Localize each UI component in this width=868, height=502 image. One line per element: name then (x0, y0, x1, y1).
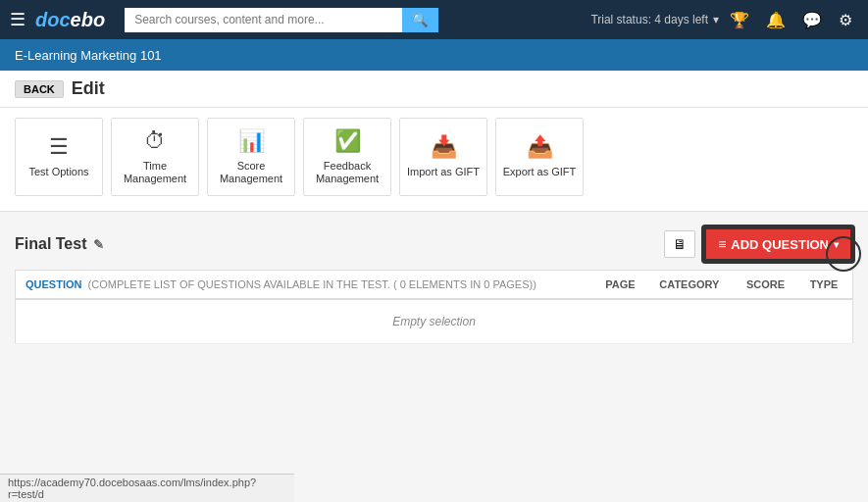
test-options-icon: ☰ (49, 134, 69, 160)
table-empty-row: Empty selection (16, 299, 853, 344)
search-bar: 🔍 (125, 8, 438, 32)
bell-icon[interactable]: 🔔 (760, 11, 791, 29)
col-score: SCORE (737, 271, 800, 300)
display-icon-button[interactable]: 🖥 (664, 230, 695, 258)
search-button[interactable]: 🔍 (402, 8, 438, 32)
main-content: Final Test ✎ 🖥 ≡ ADD QUESTION ▾ QUESTION… (0, 212, 868, 359)
time-management-icon: ⏱ (144, 128, 166, 154)
import-gift-icon: 📥 (431, 134, 457, 160)
trial-status: Trial status: 4 days left (590, 13, 708, 26)
score-management-label: Score Management (208, 160, 294, 185)
final-test-title: Final Test (15, 235, 87, 253)
logo: docebo (35, 9, 105, 31)
col-question-sub: (Complete list of questions available in… (85, 278, 536, 290)
back-button[interactable]: BACK (15, 80, 64, 98)
tool-card-import-gift[interactable]: 📥 Import as GIFT (399, 118, 487, 196)
trophy-icon[interactable]: 🏆 (724, 11, 755, 29)
export-gift-icon: 📤 (527, 134, 553, 160)
empty-selection-text: Empty selection (16, 299, 853, 344)
tool-card-feedback-management[interactable]: ✅ Feedback Management (303, 118, 391, 196)
tool-card-test-options[interactable]: ☰ Test Options (15, 118, 103, 196)
section-title: Final Test ✎ (15, 235, 104, 253)
breadcrumb-bar: E-Learning Marketing 101 (0, 39, 868, 71)
score-management-icon: 📊 (238, 128, 265, 154)
settings-icon[interactable]: ⚙ (833, 11, 858, 29)
tool-card-export-gift[interactable]: 📤 Export as GIFT (495, 118, 584, 196)
chat-icon[interactable]: 💬 (796, 11, 828, 29)
edit-title-icon[interactable]: ✎ (93, 237, 104, 252)
nav-right: Trial status: 4 days left ▾ 🏆 🔔 💬 ⚙ (590, 11, 858, 29)
test-options-label: Test Options (28, 166, 88, 178)
col-question: QUESTION (Complete list of questions ava… (16, 271, 596, 300)
col-type: TYPE (800, 271, 853, 300)
search-input[interactable] (125, 8, 402, 32)
col-page: PAGE (595, 271, 649, 300)
status-bar: https://academy70.docebosaas.com/lms/ind… (0, 474, 294, 502)
col-category: CATEGORY (649, 271, 737, 300)
questions-table: QUESTION (Complete list of questions ava… (15, 270, 853, 344)
add-question-list-icon: ≡ (718, 236, 726, 252)
add-question-button[interactable]: ≡ ADD QUESTION ▾ (703, 226, 853, 262)
status-url: https://academy70.docebosaas.com/lms/ind… (8, 477, 256, 500)
col-question-label: QUESTION (26, 278, 81, 290)
time-management-label: Time Management (112, 160, 198, 185)
add-question-arrow-icon: ▾ (834, 239, 839, 250)
section-actions: 🖥 ≡ ADD QUESTION ▾ (664, 226, 853, 262)
page-title: Edit (72, 78, 105, 99)
add-question-label: ADD QUESTION (731, 237, 829, 252)
table-header-row: QUESTION (Complete list of questions ava… (16, 271, 853, 300)
top-navigation: ☰ docebo 🔍 Trial status: 4 days left ▾ 🏆… (0, 0, 868, 39)
section-header: Final Test ✎ 🖥 ≡ ADD QUESTION ▾ (15, 226, 853, 262)
feedback-management-label: Feedback Management (304, 160, 390, 185)
tool-card-score-management[interactable]: 📊 Score Management (207, 118, 295, 196)
tool-cards-container: ☰ Test Options ⏱ Time Management 📊 Score… (0, 108, 868, 212)
import-gift-label: Import as GIFT (407, 166, 480, 178)
feedback-management-icon: ✅ (334, 128, 361, 154)
tool-card-time-management[interactable]: ⏱ Time Management (111, 118, 199, 196)
page-header: BACK Edit (0, 71, 868, 108)
export-gift-label: Export as GIFT (503, 166, 577, 178)
trial-arrow-icon: ▾ (713, 13, 719, 26)
hamburger-icon[interactable]: ☰ (10, 9, 26, 30)
add-question-wrapper: ≡ ADD QUESTION ▾ (703, 226, 853, 262)
breadcrumb-text[interactable]: E-Learning Marketing 101 (15, 48, 162, 63)
